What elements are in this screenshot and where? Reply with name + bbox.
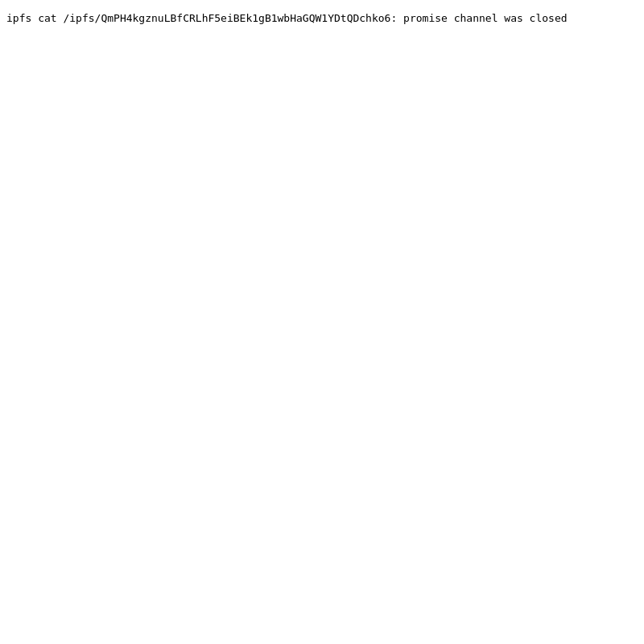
terminal-output-line: ipfs cat /ipfs/QmPH4kgznuLBfCRLhF5eiBEk1… [0,0,644,32]
